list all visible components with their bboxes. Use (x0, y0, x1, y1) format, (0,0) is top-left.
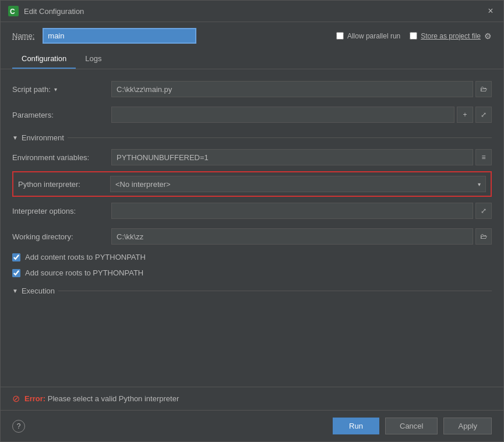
name-label: Name: (12, 31, 34, 40)
interpreter-options-row: Interpreter options: ⤢ (12, 198, 492, 224)
environment-section-header: ▼ Environment (12, 128, 492, 144)
app-icon: C (8, 5, 19, 17)
working-directory-label: Working directory: (12, 232, 105, 241)
add-content-roots-label: Add content roots to PYTHONPATH (25, 253, 146, 261)
parameters-input[interactable] (111, 107, 454, 123)
script-path-row: Script path: ▾ 🗁 (12, 76, 492, 102)
parameters-expand-btn[interactable]: ⤢ (475, 107, 492, 123)
store-project-label: Store as project file (421, 32, 481, 40)
working-directory-browse-btn[interactable]: 🗁 (475, 228, 492, 245)
script-path-label: Script path: ▾ (12, 85, 105, 94)
environment-title: Environment (22, 133, 64, 142)
tab-configuration[interactable]: Configuration (12, 49, 76, 69)
gear-icon[interactable]: ⚙ (484, 31, 492, 41)
env-vars-field-container: ≡ (111, 149, 492, 165)
apply-button[interactable]: Apply (443, 418, 492, 434)
execution-toggle[interactable]: ▼ (12, 288, 18, 294)
name-input[interactable] (44, 29, 195, 43)
environment-divider (68, 137, 492, 138)
allow-parallel-checkbox[interactable] (336, 32, 344, 40)
env-vars-edit-btn[interactable]: ≡ (475, 149, 492, 165)
python-interpreter-dropdown[interactable]: <No interpreter> ▾ (110, 176, 486, 192)
error-icon: ⊘ (12, 393, 20, 404)
run-button[interactable]: Run (333, 418, 379, 434)
add-source-roots-row: Add source roots to PYTHONPATH (12, 265, 492, 281)
edit-configuration-dialog: C Edit Configuration × Name: Allow paral… (0, 0, 504, 442)
execution-section-header: ▼ Execution (12, 281, 492, 298)
interpreter-options-field-container: ⤢ (111, 203, 492, 219)
form-section: Script path: ▾ 🗁 Parameters: + ⤢ (1, 69, 503, 305)
title-bar: C Edit Configuration × (1, 1, 503, 22)
add-content-roots-checkbox[interactable] (12, 253, 20, 261)
script-path-dropdown-arrow[interactable]: ▾ (54, 86, 57, 93)
add-content-roots-row: Add content roots to PYTHONPATH (12, 249, 492, 265)
title-bar-left: C Edit Configuration (8, 5, 84, 17)
help-button[interactable]: ? (12, 420, 25, 433)
action-buttons: Run Cancel Apply (333, 418, 492, 434)
working-directory-field-container: 🗁 (111, 228, 492, 245)
python-interpreter-label: Python interpreter: (18, 180, 104, 189)
interpreter-options-label: Interpreter options: (12, 207, 105, 215)
add-source-roots-label: Add source roots to PYTHONPATH (25, 268, 143, 277)
script-path-browse-btn[interactable]: 🗁 (475, 81, 492, 97)
store-project-group: Store as project file ⚙ (410, 31, 492, 41)
bottom-bar: ? Run Cancel Apply (1, 410, 503, 441)
cancel-button[interactable]: Cancel (385, 418, 438, 434)
add-source-roots-checkbox[interactable] (12, 269, 20, 277)
header-options: Allow parallel run Store as project file… (336, 31, 492, 41)
error-bar: ⊘ Error: Please select a valid Python in… (1, 387, 503, 410)
python-interpreter-row: Python interpreter: <No interpreter> ▾ (12, 171, 492, 197)
interpreter-options-input[interactable] (111, 203, 473, 219)
working-directory-input[interactable] (111, 228, 473, 245)
script-path-field-container: 🗁 (111, 81, 492, 97)
execution-divider (58, 291, 492, 291)
parameters-field-container: + ⤢ (111, 107, 492, 123)
parameters-row: Parameters: + ⤢ (12, 102, 492, 128)
environment-toggle[interactable]: ▼ (12, 135, 18, 141)
script-path-input[interactable] (111, 81, 473, 97)
error-text: Error: Please select a valid Python inte… (24, 394, 179, 403)
env-vars-label: Environment variables: (12, 153, 105, 162)
dialog-title: Edit Configuration (24, 7, 84, 16)
interpreter-dropdown-arrow: ▾ (478, 181, 481, 188)
tabs-section: Configuration Logs (1, 49, 503, 69)
execution-title: Execution (22, 287, 55, 295)
allow-parallel-group: Allow parallel run (336, 32, 400, 40)
env-vars-input[interactable] (111, 149, 473, 165)
parameters-add-btn[interactable]: + (457, 107, 473, 123)
close-button[interactable]: × (485, 5, 496, 17)
working-directory-row: Working directory: 🗁 (12, 224, 492, 249)
header-section: Name: Allow parallel run Store as projec… (1, 22, 503, 49)
allow-parallel-label: Allow parallel run (347, 32, 400, 40)
env-vars-row: Environment variables: ≡ (12, 144, 492, 170)
parameters-label: Parameters: (12, 111, 105, 119)
tab-logs[interactable]: Logs (76, 49, 111, 69)
content-area: Script path: ▾ 🗁 Parameters: + ⤢ (1, 69, 503, 387)
svg-text:C: C (10, 8, 15, 16)
store-project-checkbox[interactable] (410, 32, 417, 40)
interpreter-options-expand-btn[interactable]: ⤢ (475, 203, 492, 219)
